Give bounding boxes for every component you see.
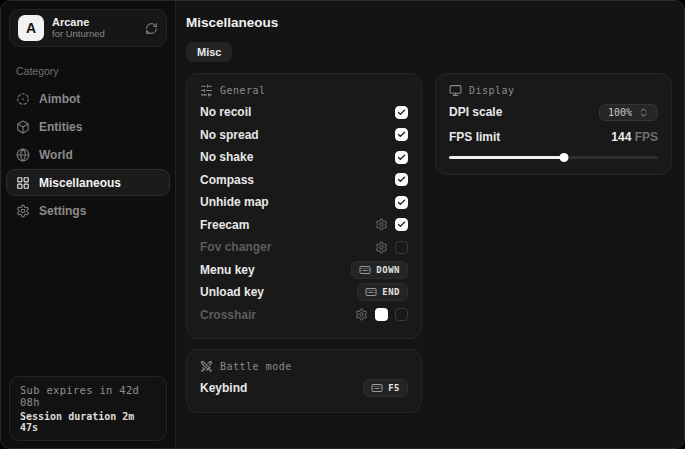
checkbox-unhide-map[interactable] (395, 196, 408, 209)
panel-title: Battle mode (220, 361, 292, 372)
main-content: Miscellaneous Misc General No recoil (176, 1, 685, 448)
sidebar-item-label: Entities (39, 120, 82, 134)
subscription-info: Sub expires in 42d 08h Session duration … (9, 376, 167, 441)
box-icon (16, 120, 30, 134)
monitor-icon (449, 84, 462, 97)
panel-title: Display (469, 85, 515, 96)
setting-row: Unhide map (200, 191, 408, 214)
setting-row: Compass (200, 169, 408, 192)
setting-row: Menu key DOWN (200, 259, 408, 282)
sidebar-item-aimbot[interactable]: Aimbot (6, 85, 170, 112)
swords-icon (200, 360, 213, 373)
setting-row: Keybind F5 (200, 377, 408, 400)
keyboard-icon (359, 264, 371, 276)
settings-icon[interactable] (375, 241, 388, 254)
sidebar: A Arcane for Unturned Category Aimbot (1, 1, 176, 448)
keyboard-icon (371, 382, 383, 394)
gear-icon (16, 204, 30, 218)
category-label: Category (16, 65, 175, 77)
sliders-icon (200, 84, 213, 97)
color-swatch[interactable] (375, 308, 388, 321)
dpi-scale-select[interactable]: 100% (599, 104, 658, 121)
fps-limit-value: 144 FPS (611, 130, 658, 144)
sidebar-item-world[interactable]: World (6, 141, 170, 168)
setting-row: DPI scale 100% (449, 101, 658, 124)
sidebar-item-label: World (39, 148, 73, 162)
avatar: A (18, 15, 44, 41)
panel-title: General (220, 85, 266, 96)
sidebar-item-label: Aimbot (39, 92, 80, 106)
setting-row: Unload key END (200, 281, 408, 304)
setting-row: Freecam (200, 214, 408, 237)
category-nav: Aimbot Entities World Miscellaneous (1, 85, 175, 224)
sub-expires-text: Sub expires in 42d 08h (20, 384, 156, 408)
panel-general: General No recoil No spread No shake (186, 73, 422, 339)
sidebar-item-entities[interactable]: Entities (6, 113, 170, 140)
fps-limit-slider[interactable] (449, 152, 658, 162)
grid-icon (16, 176, 30, 190)
panel-display: Display DPI scale 100% FPS limit (435, 73, 672, 175)
tab-misc[interactable]: Misc (186, 42, 232, 62)
settings-icon[interactable] (355, 308, 368, 321)
keyboard-icon (365, 286, 377, 298)
sidebar-item-label: Settings (39, 204, 86, 218)
tab-bar: Misc (186, 42, 672, 62)
setting-row: Crosshair (200, 304, 408, 327)
crosshair-icon (16, 92, 30, 106)
checkbox-no-shake[interactable] (395, 151, 408, 164)
page-title: Miscellaneous (186, 15, 672, 30)
settings-icon[interactable] (375, 218, 388, 231)
panel-battle-mode: Battle mode Keybind F5 (186, 349, 422, 413)
app-window: A Arcane for Unturned Category Aimbot (0, 0, 685, 449)
slider-thumb[interactable] (559, 153, 568, 162)
refresh-icon[interactable] (145, 22, 158, 35)
setting-row: FPS limit 144 FPS (449, 126, 658, 149)
sidebar-item-label: Miscellaneous (39, 176, 121, 190)
setting-row: No shake (200, 146, 408, 169)
checkbox-compass[interactable] (395, 173, 408, 186)
session-duration-text: Session duration 2m 47s (20, 411, 156, 433)
checkbox-freecam[interactable] (395, 218, 408, 231)
keybind-unload-key[interactable]: END (357, 283, 408, 301)
checkbox-no-recoil[interactable] (395, 106, 408, 119)
checkbox-crosshair[interactable] (395, 308, 408, 321)
setting-row: Fov changer (200, 236, 408, 259)
brand-card: A Arcane for Unturned (9, 9, 167, 47)
app-subtitle: for Unturned (52, 29, 137, 40)
keybind-battle-mode[interactable]: F5 (363, 379, 408, 397)
setting-row: No spread (200, 124, 408, 147)
checkbox-no-spread[interactable] (395, 128, 408, 141)
sidebar-item-settings[interactable]: Settings (6, 197, 170, 224)
setting-row: No recoil (200, 101, 408, 124)
app-title: Arcane (52, 16, 137, 29)
checkbox-fov-changer[interactable] (395, 241, 408, 254)
chevrons-up-down-icon (638, 107, 649, 118)
sidebar-item-miscellaneous[interactable]: Miscellaneous (6, 169, 170, 196)
keybind-menu-key[interactable]: DOWN (351, 261, 408, 279)
globe-icon (16, 148, 30, 162)
